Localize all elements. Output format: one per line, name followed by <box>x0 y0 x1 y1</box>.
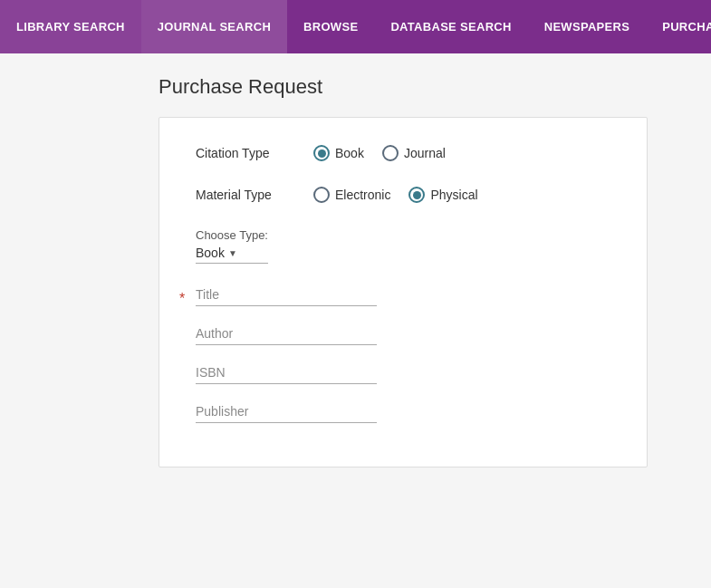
citation-journal-radio[interactable] <box>382 145 399 161</box>
citation-book-option[interactable]: Book <box>313 145 364 161</box>
main-nav: LIBRARY SEARCH JOURNAL SEARCH BROWSE DAT… <box>0 0 711 53</box>
title-field-row <box>196 284 610 306</box>
material-physical-radio[interactable] <box>408 187 425 203</box>
material-physical-label: Physical <box>430 188 477 202</box>
isbn-input[interactable] <box>196 361 377 384</box>
material-type-label: Material Type <box>196 188 313 202</box>
material-physical-option[interactable]: Physical <box>408 187 477 203</box>
material-electronic-option[interactable]: Electronic <box>313 187 390 203</box>
citation-book-radio[interactable] <box>313 145 330 161</box>
dropdown-arrow-icon: ▼ <box>228 248 237 258</box>
nav-journal-search[interactable]: JOURNAL SEARCH <box>141 0 287 53</box>
material-electronic-radio[interactable] <box>313 187 330 203</box>
citation-type-row: Citation Type Book Journal <box>196 145 610 161</box>
citation-journal-label: Journal <box>404 146 446 160</box>
choose-type-section: Choose Type: Book ▼ <box>196 228 610 264</box>
choose-type-value: Book <box>196 246 225 260</box>
choose-type-dropdown[interactable]: Book ▼ <box>196 246 268 264</box>
page-content: Purchase Request Citation Type Book Jour… <box>0 53 711 489</box>
author-field-row <box>196 323 610 345</box>
material-type-radio-group: Electronic Physical <box>313 187 478 203</box>
publisher-field-row <box>196 400 610 423</box>
publisher-input[interactable] <box>196 400 377 423</box>
nav-browse[interactable]: BROWSE <box>287 0 374 53</box>
citation-book-label: Book <box>335 146 364 160</box>
title-input[interactable] <box>196 284 377 306</box>
nav-database-search[interactable]: DATABASE SEARCH <box>374 0 527 53</box>
material-type-row: Material Type Electronic Physical <box>196 187 610 203</box>
material-electronic-label: Electronic <box>335 188 390 202</box>
citation-journal-option[interactable]: Journal <box>382 145 446 161</box>
isbn-field-row <box>196 361 610 384</box>
choose-type-label: Choose Type: <box>196 228 610 242</box>
author-input[interactable] <box>196 323 377 345</box>
nav-library-search[interactable]: LIBRARY SEARCH <box>0 0 141 53</box>
citation-type-label: Citation Type <box>196 146 313 160</box>
page-title: Purchase Request <box>159 75 711 99</box>
form-card: Citation Type Book Journal Material Type… <box>159 117 648 468</box>
citation-type-radio-group: Book Journal <box>313 145 446 161</box>
nav-purchase-request[interactable]: PURCHASE REQUEST <box>646 0 711 53</box>
nav-newspapers[interactable]: NEWSPAPERS <box>528 0 647 53</box>
